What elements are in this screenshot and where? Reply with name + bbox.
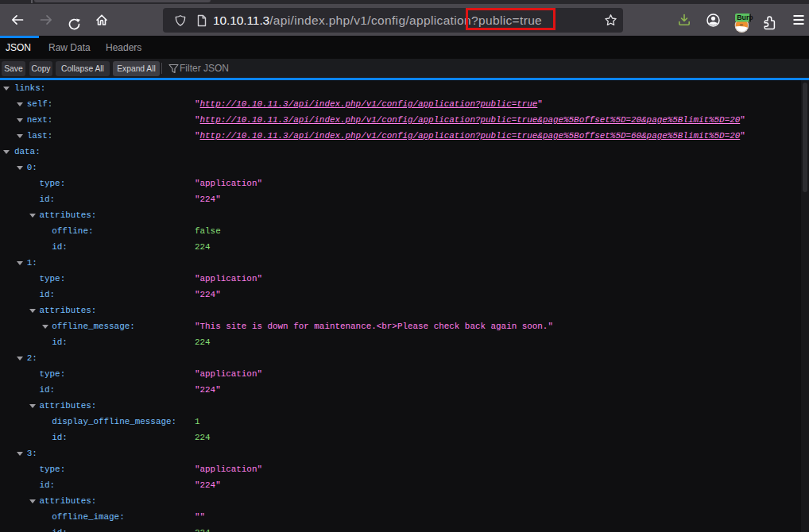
svg-text:Burp: Burp xyxy=(737,13,753,21)
